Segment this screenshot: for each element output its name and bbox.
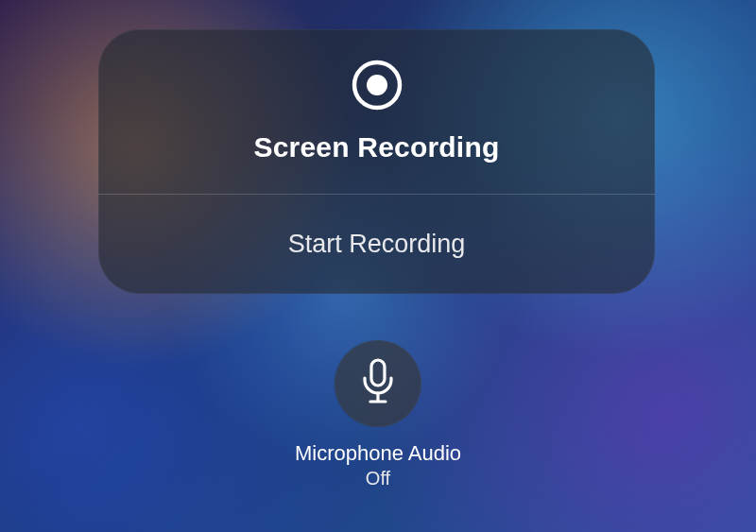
start-recording-label: Start Recording	[288, 230, 466, 259]
control-center-overlay: Screen Recording Start Recording Microph…	[0, 0, 756, 532]
microphone-icon	[358, 357, 398, 410]
screen-recording-title: Screen Recording	[254, 131, 500, 163]
screen-recording-icon	[352, 60, 403, 114]
microphone-labels: Microphone Audio Off	[295, 440, 461, 490]
start-recording-button[interactable]: Start Recording	[98, 195, 655, 294]
microphone-status: Off	[295, 467, 461, 490]
microphone-section: Microphone Audio Off	[295, 340, 461, 490]
microphone-toggle-button[interactable]	[335, 340, 421, 427]
screen-recording-card: Screen Recording Start Recording	[98, 29, 655, 294]
svg-point-1	[367, 75, 387, 95]
svg-rect-2	[371, 360, 385, 386]
microphone-title: Microphone Audio	[295, 440, 461, 467]
screen-recording-header: Screen Recording	[98, 29, 655, 194]
